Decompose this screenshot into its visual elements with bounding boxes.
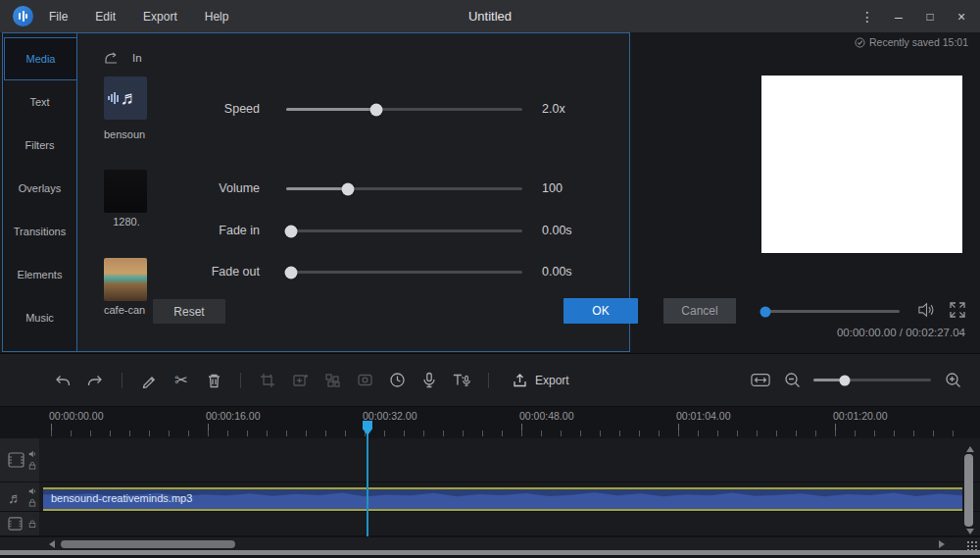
speed-value: 2.0x xyxy=(542,102,565,116)
redo-icon xyxy=(86,373,104,388)
film-icon xyxy=(8,452,24,468)
ruler-label: 00:01:04.00 xyxy=(676,410,730,422)
timeline-zoom-slider[interactable] xyxy=(813,379,931,381)
speed-slider[interactable] xyxy=(286,108,522,111)
frame-add-icon xyxy=(292,373,309,388)
volume-slider[interactable] xyxy=(286,187,522,190)
edit-button[interactable] xyxy=(139,371,159,390)
overlay-track-row[interactable] xyxy=(39,512,980,536)
zoom-out-button[interactable] xyxy=(782,371,802,390)
cancel-button[interactable]: Cancel xyxy=(663,298,736,324)
titlebar: File Edit Export Help Untitled ⋮ – □ × xyxy=(0,0,980,32)
audio-track-header: ♬ xyxy=(0,482,39,512)
video-track-header xyxy=(0,438,39,482)
ruler-label: 00:00:48.00 xyxy=(519,410,573,422)
fade-out-slider-row: Fade out 0.00s xyxy=(0,259,647,284)
playhead-line xyxy=(367,424,368,544)
save-status-text: Recently saved 15:01 xyxy=(869,36,968,48)
timeline-zoom-handle[interactable] xyxy=(840,375,851,385)
window-controls: ⋮ – □ × xyxy=(855,0,974,32)
check-circle-icon xyxy=(855,37,865,48)
zoom-frame-button xyxy=(290,371,310,390)
voiceover-button[interactable] xyxy=(419,371,439,390)
export-button[interactable]: Export xyxy=(512,373,569,388)
microphone-icon xyxy=(422,372,436,388)
volume-icon[interactable] xyxy=(917,301,936,319)
audio-clip[interactable]: bensound-creativeminds.mp3 xyxy=(43,487,962,511)
save-status: Recently saved 15:01 xyxy=(855,36,968,48)
clock-icon xyxy=(389,372,406,388)
import-label[interactable]: In xyxy=(132,52,142,64)
seek-handle[interactable] xyxy=(760,306,770,317)
sidebar-tab-media[interactable]: Media xyxy=(4,37,77,80)
main-section: Media Text Filters Overlays Transitions … xyxy=(0,32,980,353)
volume-slider-row: Volume 100 xyxy=(0,176,647,201)
track-mute-icon[interactable] xyxy=(28,487,36,495)
scroll-right-arrow[interactable] xyxy=(939,540,945,548)
ruler-label: 00:01:20.00 xyxy=(833,410,887,422)
sidebar-tab-music[interactable]: Music xyxy=(3,296,76,339)
fade-in-slider-handle[interactable] xyxy=(284,225,297,237)
freeze-frame-button xyxy=(355,371,374,390)
more-options-icon[interactable]: ⋮ xyxy=(855,9,880,25)
timeline-toolbar: ✂ xyxy=(0,353,980,407)
scroll-left-arrow[interactable] xyxy=(49,540,55,548)
fade-in-slider-row: Fade in 0.00s xyxy=(0,218,647,243)
delete-button[interactable] xyxy=(204,371,223,390)
crop-button xyxy=(258,371,277,390)
minimize-button[interactable]: – xyxy=(886,9,911,25)
timeline: 00:00:00.00 00:00:16.00 00:00:32.00 00:0… xyxy=(0,407,980,558)
music-track-icon: ♬ xyxy=(8,488,23,505)
zoom-in-button[interactable] xyxy=(943,371,962,390)
speed-label: Speed xyxy=(142,102,260,116)
close-button[interactable]: × xyxy=(949,9,974,25)
window-title: Untitled xyxy=(0,9,980,24)
media-item-label: bensoun xyxy=(104,128,149,140)
fullscreen-icon[interactable] xyxy=(949,301,966,319)
ok-button[interactable]: OK xyxy=(564,298,638,324)
text-to-speech-button[interactable] xyxy=(452,371,471,390)
preview-screen xyxy=(761,76,962,253)
sidebar-tab-filters[interactable]: Filters xyxy=(3,124,76,167)
undo-button[interactable] xyxy=(53,371,73,390)
pencil-icon xyxy=(141,373,157,388)
track-lock-icon[interactable] xyxy=(28,461,36,470)
timeline-ruler[interactable]: 00:00:00.00 00:00:16.00 00:00:32.00 00:0… xyxy=(39,407,962,438)
maximize-button[interactable]: □ xyxy=(917,10,943,24)
duration-button[interactable] xyxy=(387,371,407,390)
seek-slider[interactable] xyxy=(762,310,900,313)
trash-icon xyxy=(207,373,221,388)
ruler-label: 00:00:00.00 xyxy=(49,410,103,422)
fade-in-slider[interactable] xyxy=(286,229,522,232)
media-item-label: cafe-can xyxy=(104,304,149,316)
fade-out-slider[interactable] xyxy=(286,271,522,274)
speed-slider-handle[interactable] xyxy=(369,103,382,116)
mosaic-button xyxy=(322,371,342,390)
film-icon xyxy=(8,517,23,531)
fade-out-slider-handle[interactable] xyxy=(284,266,297,279)
zoom-in-icon xyxy=(945,372,961,388)
scissors-icon: ✂ xyxy=(174,371,187,389)
track-lock-icon[interactable] xyxy=(28,498,36,507)
split-button[interactable]: ✂ xyxy=(172,371,191,390)
scroll-down-arrow[interactable] xyxy=(966,529,974,534)
ruler-label: 00:00:16.00 xyxy=(206,410,260,422)
horizontal-scrollbar[interactable] xyxy=(61,540,235,548)
vertical-scrollbar[interactable] xyxy=(964,454,973,527)
redo-button[interactable] xyxy=(85,371,105,390)
window-bottom-edge xyxy=(0,550,980,555)
volume-value: 100 xyxy=(542,181,563,195)
track-lock-icon[interactable] xyxy=(28,520,36,529)
overlay-track-header xyxy=(0,512,39,536)
volume-slider-handle[interactable] xyxy=(341,182,354,195)
reset-button[interactable]: Reset xyxy=(153,299,225,324)
video-track-row[interactable] xyxy=(39,438,980,482)
mosaic-icon xyxy=(324,373,341,388)
fit-timeline-button[interactable] xyxy=(751,371,770,390)
scroll-up-arrow[interactable] xyxy=(966,446,974,452)
volume-label: Volume xyxy=(142,181,260,195)
speed-slider-row: Speed 2.0x xyxy=(0,96,647,122)
import-icon[interactable] xyxy=(104,51,120,65)
export-icon xyxy=(512,373,528,388)
track-mute-icon[interactable] xyxy=(28,450,36,458)
